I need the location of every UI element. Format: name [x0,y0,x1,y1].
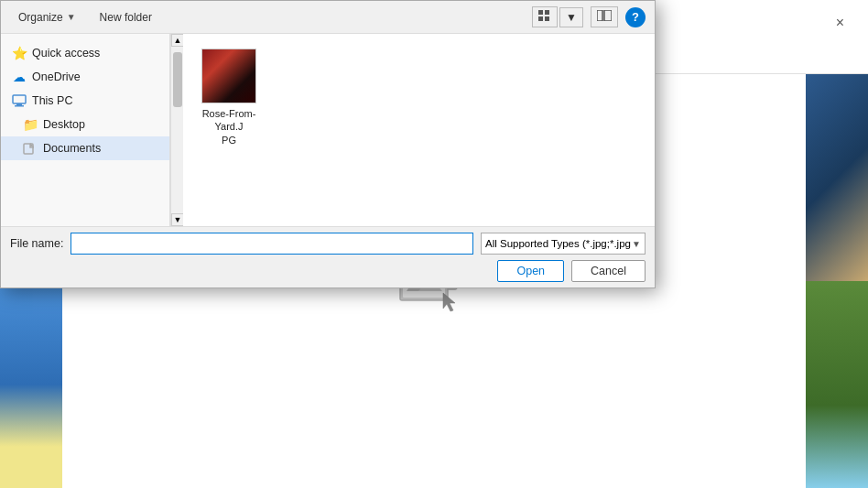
file-dialog-footer: File name: All Supported Types (*.jpg;*.… [1,226,655,287]
svg-rect-12 [545,10,549,15]
file-navigation-pane: ⭐ Quick access ☁ OneDrive This PC 📁 [1,34,170,226]
filename-input[interactable] [71,233,473,255]
nav-scrollbar[interactable]: ▲ ▼ [170,34,183,226]
nav-item-this-pc[interactable]: This PC [1,89,169,113]
thumbnail-right-top[interactable] [806,74,868,281]
scrollbar-up-arrow[interactable]: ▲ [171,34,184,47]
svg-rect-14 [545,16,549,21]
view-dropdown-button[interactable]: ▼ [559,7,583,27]
scrollbar-thumb[interactable] [173,52,182,107]
file-name-rose: Rose-From-Yard.JPG [198,107,260,146]
file-thumbnail-rose [201,49,256,103]
file-area: Rose-From-Yard.JPG [183,34,655,226]
nav-item-onedrive[interactable]: ☁ OneDrive [1,65,169,89]
this-pc-icon [12,93,27,108]
filename-row: File name: All Supported Types (*.jpg;*.… [10,233,646,255]
dialog-action-row: Open Cancel [10,260,646,282]
documents-label: Documents [43,142,101,155]
svg-rect-16 [604,10,612,21]
nav-item-desktop[interactable]: 📁 Desktop [1,113,169,136]
svg-rect-13 [538,16,543,21]
svg-rect-17 [13,95,26,103]
organize-label: Organize [18,11,63,24]
file-dialog-toolbar: Organize ▼ New folder ▼ ? [1,1,655,34]
quick-access-icon: ⭐ [12,46,27,60]
nav-item-documents[interactable]: Documents [1,136,169,160]
filetype-chevron-icon: ▼ [632,239,641,249]
new-folder-button[interactable]: New folder [92,7,160,27]
organize-chevron-icon: ▼ [67,12,76,22]
thumbnail-beach-bottom[interactable] [0,281,62,488]
nav-item-quick-access[interactable]: ⭐ Quick access [1,41,169,65]
new-folder-label: New folder [100,11,152,24]
view-buttons: ▼ [532,6,583,27]
thumbnail-right-bottom[interactable] [806,281,868,488]
desktop-icon: 📁 [23,117,38,132]
dialog-close-button[interactable]: × [830,13,850,33]
documents-icon [23,141,38,156]
view-toggle-button[interactable] [532,6,558,27]
svg-rect-11 [538,10,543,15]
onedrive-icon: ☁ [12,70,27,84]
scrollbar-down-arrow[interactable]: ▼ [171,213,184,226]
open-button[interactable]: Open [497,260,564,282]
filetype-label: All Supported Types (*.jpg;*.jpg [485,238,631,249]
file-open-dialog: Organize ▼ New folder ▼ ? [0,0,656,288]
this-pc-label: This PC [32,94,72,107]
cancel-button[interactable]: Cancel [571,260,646,282]
right-thumbnail-strip [806,74,868,488]
desktop-label: Desktop [43,118,85,131]
filename-label: File name: [10,237,63,250]
file-dialog-content: ⭐ Quick access ☁ OneDrive This PC 📁 [1,34,655,226]
help-button[interactable]: ? [625,7,646,27]
quick-access-label: Quick access [32,47,100,60]
file-item-rose[interactable]: Rose-From-Yard.JPG [192,43,266,152]
onedrive-label: OneDrive [32,70,81,83]
organize-button[interactable]: Organize ▼ [10,7,84,27]
svg-rect-18 [16,103,22,105]
svg-rect-19 [15,105,24,107]
pane-button[interactable] [591,6,618,27]
svg-marker-10 [443,293,455,311]
filetype-select[interactable]: All Supported Types (*.jpg;*.jpg ▼ [481,233,646,255]
svg-rect-15 [597,10,602,21]
